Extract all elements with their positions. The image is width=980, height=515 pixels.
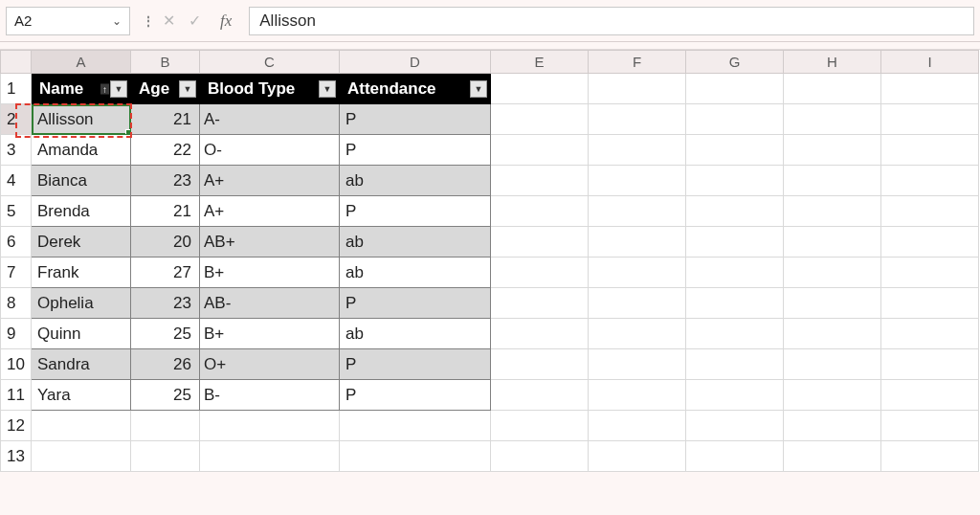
cell-C11[interactable]: B- — [200, 380, 340, 411]
cell-A4[interactable]: Bianca — [32, 166, 131, 196]
cell[interactable] — [784, 288, 881, 319]
row-header-13[interactable]: 13 — [1, 441, 32, 472]
cell[interactable] — [686, 380, 784, 411]
cell-C5[interactable]: A+ — [200, 196, 340, 227]
spreadsheet-grid[interactable]: A B C D E F G H I 1 Name ↑ ▼ Age ▼ Blood… — [0, 50, 980, 472]
cell[interactable] — [686, 166, 784, 196]
cell-C4[interactable]: A+ — [200, 166, 340, 196]
column-header-B[interactable]: B — [131, 51, 200, 74]
cell-C6[interactable]: AB+ — [200, 227, 340, 258]
cell[interactable] — [784, 166, 881, 196]
row-header-4[interactable]: 4 — [1, 166, 32, 196]
row-header-8[interactable]: 8 — [1, 288, 32, 319]
cell[interactable] — [881, 380, 979, 411]
enter-icon[interactable]: ✓ — [189, 13, 201, 29]
cell-D11[interactable]: P — [340, 380, 491, 411]
cell[interactable] — [589, 349, 686, 380]
cell[interactable] — [686, 227, 784, 258]
row-header-12[interactable]: 12 — [1, 411, 32, 441]
cell[interactable] — [589, 166, 686, 196]
formula-input[interactable]: Allisson — [249, 7, 974, 35]
filter-button-attendance[interactable]: ▼ — [470, 80, 487, 98]
cell[interactable] — [784, 104, 881, 135]
cell-C9[interactable]: B+ — [200, 319, 340, 349]
cell[interactable] — [200, 441, 340, 472]
cell[interactable] — [491, 104, 589, 135]
cell[interactable] — [881, 411, 979, 441]
cell-B5[interactable]: 21 — [131, 196, 200, 227]
cell-A5[interactable]: Brenda — [32, 196, 131, 227]
cell[interactable] — [589, 104, 686, 135]
column-header-D[interactable]: D — [340, 51, 491, 74]
filter-button-blood[interactable]: ▼ — [319, 80, 336, 98]
cell-A10[interactable]: Sandra — [32, 349, 131, 380]
cell[interactable] — [784, 380, 881, 411]
cell[interactable] — [881, 74, 979, 104]
cell-A6[interactable]: Derek — [32, 227, 131, 258]
cell-D4[interactable]: ab — [340, 166, 491, 196]
cell[interactable] — [686, 349, 784, 380]
cell-C3[interactable]: O- — [200, 135, 340, 166]
row-header-11[interactable]: 11 — [1, 380, 32, 411]
cell-D8[interactable]: P — [340, 288, 491, 319]
cell[interactable] — [491, 74, 589, 104]
cell-A7[interactable]: Frank — [32, 258, 131, 288]
cell-C7[interactable]: B+ — [200, 258, 340, 288]
cell[interactable] — [881, 135, 979, 166]
column-header-A[interactable]: A — [32, 51, 131, 74]
cell[interactable] — [589, 135, 686, 166]
cell[interactable] — [491, 196, 589, 227]
cell[interactable] — [784, 319, 881, 349]
cell-C2[interactable]: A- — [200, 104, 340, 135]
cell-A11[interactable]: Yara — [32, 380, 131, 411]
cell-B7[interactable]: 27 — [131, 258, 200, 288]
column-header-I[interactable]: I — [881, 51, 979, 74]
cell-A8[interactable]: Ophelia — [32, 288, 131, 319]
cell[interactable] — [881, 288, 979, 319]
cell[interactable] — [881, 196, 979, 227]
cell[interactable] — [131, 441, 200, 472]
row-header-5[interactable]: 5 — [1, 196, 32, 227]
column-header-C[interactable]: C — [200, 51, 340, 74]
cell[interactable] — [491, 319, 589, 349]
cell-D2[interactable]: P — [340, 104, 491, 135]
cell-B8[interactable]: 23 — [131, 288, 200, 319]
cell[interactable] — [491, 411, 589, 441]
row-header-7[interactable]: 7 — [1, 258, 32, 288]
cell[interactable] — [881, 258, 979, 288]
cell[interactable] — [881, 166, 979, 196]
cell-D7[interactable]: ab — [340, 258, 491, 288]
cell[interactable] — [491, 441, 589, 472]
table-header-name[interactable]: Name ↑ ▼ — [32, 74, 131, 104]
cell[interactable] — [686, 411, 784, 441]
cell[interactable] — [491, 166, 589, 196]
column-header-H[interactable]: H — [784, 51, 881, 74]
table-header-blood[interactable]: Blood Type ▼ — [200, 74, 340, 104]
cell[interactable] — [784, 227, 881, 258]
cell[interactable] — [589, 196, 686, 227]
cell-B6[interactable]: 20 — [131, 227, 200, 258]
cell[interactable] — [491, 258, 589, 288]
cell[interactable] — [686, 258, 784, 288]
cell[interactable] — [881, 227, 979, 258]
cell[interactable] — [881, 104, 979, 135]
cell-A9[interactable]: Quinn — [32, 319, 131, 349]
cell[interactable] — [491, 380, 589, 411]
cell-B10[interactable]: 26 — [131, 349, 200, 380]
select-all-corner[interactable] — [1, 51, 32, 74]
cell[interactable] — [784, 135, 881, 166]
table-header-attendance[interactable]: Attendance ▼ — [340, 74, 491, 104]
cell[interactable] — [881, 349, 979, 380]
cell[interactable] — [491, 288, 589, 319]
cell[interactable] — [686, 104, 784, 135]
table-header-age[interactable]: Age ▼ — [131, 74, 200, 104]
cell-B3[interactable]: 22 — [131, 135, 200, 166]
cell[interactable] — [784, 258, 881, 288]
cell[interactable] — [686, 288, 784, 319]
cell-B11[interactable]: 25 — [131, 380, 200, 411]
cell[interactable] — [686, 441, 784, 472]
cell-D3[interactable]: P — [340, 135, 491, 166]
row-header-6[interactable]: 6 — [1, 227, 32, 258]
cell[interactable] — [686, 319, 784, 349]
row-header-9[interactable]: 9 — [1, 319, 32, 349]
